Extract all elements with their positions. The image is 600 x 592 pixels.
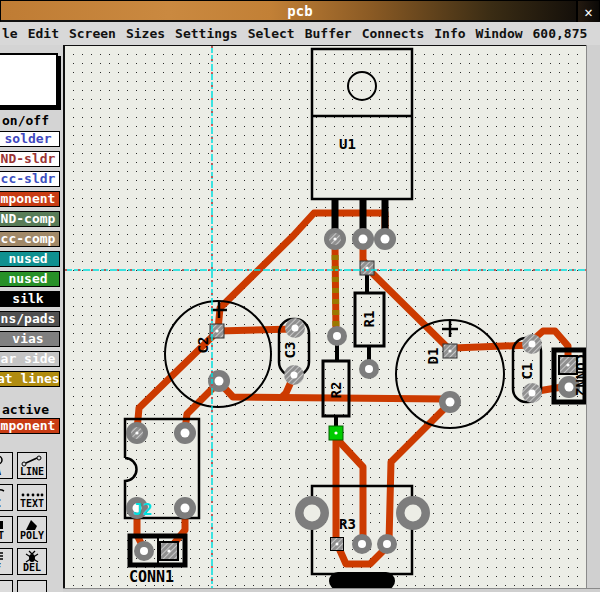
label-conn2: CONN2 — [573, 354, 586, 396]
layer-button-mponent[interactable]: mponent — [0, 191, 60, 207]
selected-pad — [329, 426, 343, 440]
layer-button-nd-comp[interactable]: ND-comp — [0, 211, 60, 227]
tool-button-rect[interactable]: CT — [0, 516, 13, 543]
label-d1: D1 — [425, 348, 441, 365]
label-c3: C3 — [282, 342, 298, 359]
pcb-canvas[interactable]: U1 R1 R2 C3 C2 D1 C1 CONN2 R3 CONN1 J2 — [63, 45, 586, 588]
menu-item-window[interactable]: Window — [476, 26, 523, 41]
tool-button-del[interactable]: DEL — [17, 548, 47, 575]
arc-icon — [0, 487, 7, 499]
window-title: pcb — [287, 1, 312, 21]
tool-button-text[interactable]: TEXT — [17, 484, 47, 511]
tool-button-thermal[interactable] — [17, 580, 47, 592]
pin — [360, 199, 367, 233]
trace — [453, 345, 531, 348]
onoff-label: on/off — [2, 113, 49, 128]
layer-button-ns-pads[interactable]: ns/pads — [0, 311, 60, 327]
label-c2: C2 — [195, 337, 211, 354]
close-button[interactable]: ✕ — [576, 1, 599, 23]
menu-item-buffer[interactable]: Buffer — [305, 26, 352, 41]
menu-bar: leEditScreenSizesSettingsSelectBufferCon… — [0, 22, 600, 45]
layer-button-nd-sldr[interactable]: ND-sldr — [0, 151, 60, 167]
tool-button-poly[interactable]: POLY — [17, 516, 47, 543]
pad — [331, 534, 398, 554]
tool-button-line[interactable]: LINE — [17, 452, 47, 479]
label-u1: U1 — [339, 136, 356, 152]
label-conn1: CONN1 — [129, 568, 174, 586]
label-j2: J2 — [133, 500, 152, 519]
active-label: active — [2, 402, 49, 417]
layer-button-cc-sldr[interactable]: cc-sldr — [0, 171, 60, 187]
via-icon — [0, 454, 7, 467]
layer-button-nused[interactable]: nused — [0, 251, 60, 267]
sidebar: on/off active mponent solderND-sldrcc-sl… — [0, 45, 63, 592]
menu-item-connects[interactable]: Connects — [362, 26, 425, 41]
component-u1-outline — [312, 49, 412, 199]
menu-item-le[interactable]: le — [2, 26, 18, 41]
layer-button-at-lines[interactable]: at lines — [0, 371, 60, 387]
right-gutter — [586, 45, 600, 592]
label-r2: R2 — [328, 382, 344, 399]
pin — [332, 199, 339, 233]
layer-button-nused[interactable]: nused — [0, 271, 60, 287]
trace — [218, 329, 294, 331]
tool-button-arc[interactable]: C — [0, 484, 13, 511]
menu-item-screen[interactable]: Screen — [69, 26, 116, 41]
cursor-position-readout: 600,875 — [533, 26, 588, 41]
pad — [134, 541, 178, 561]
layer-button-vias[interactable]: vias — [0, 331, 60, 347]
copper-traces[interactable] — [137, 213, 568, 564]
title-bar[interactable]: pcb ✕ — [0, 0, 600, 22]
label-r3: R3 — [339, 516, 356, 532]
layer-button-silk[interactable]: silk — [0, 291, 60, 307]
menu-item-select[interactable]: Select — [248, 26, 295, 41]
label-c1: C1 — [519, 363, 535, 380]
menu-item-sizes[interactable]: Sizes — [126, 26, 165, 41]
trace — [367, 268, 450, 350]
layer-button-ar-side[interactable]: ar side — [0, 351, 60, 367]
menu-item-edit[interactable]: Edit — [28, 26, 59, 41]
pin — [382, 199, 389, 233]
bottom-gutter — [63, 588, 600, 592]
layer-button-solder[interactable]: solder — [0, 131, 60, 147]
label-r1: R1 — [361, 311, 377, 328]
menu-item-settings[interactable]: Settings — [175, 26, 238, 41]
menu-item-info[interactable]: Info — [434, 26, 465, 41]
tool-button-rot[interactable] — [0, 580, 13, 592]
layer-button-cc-comp[interactable]: cc-comp — [0, 231, 60, 247]
board-preview-thumbnail[interactable] — [0, 53, 58, 107]
active-layer-button[interactable]: mponent — [0, 418, 60, 434]
tool-button-buf[interactable]: F — [0, 548, 13, 575]
tool-button-via[interactable]: A — [0, 452, 13, 479]
